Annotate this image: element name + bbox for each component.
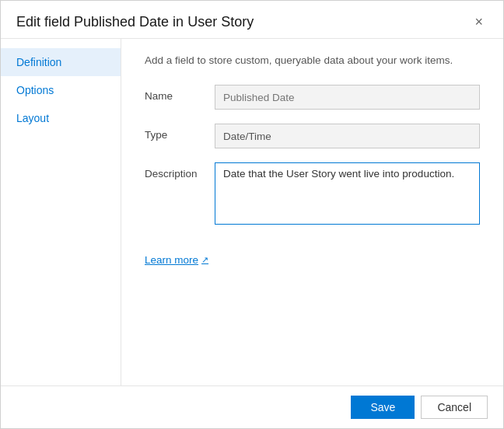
sidebar: Definition Options Layout [1,39,121,385]
type-input[interactable] [215,124,480,148]
name-row: Name [145,85,480,110]
description-field-container [215,162,480,227]
sidebar-item-layout[interactable]: Layout [1,104,121,132]
cancel-button[interactable]: Cancel [421,396,488,419]
sidebar-item-definition[interactable]: Definition [1,48,121,76]
dialog-footer: Save Cancel [1,385,503,428]
learn-more-row: Learn more ↗ [145,253,480,266]
description-row: Description [145,162,480,227]
external-link-icon: ↗ [201,255,208,265]
edit-field-dialog: Edit field Published Date in User Story … [0,0,504,429]
dialog-title: Edit field Published Date in User Story [16,14,254,30]
name-input[interactable] [215,85,480,110]
name-field-container [215,85,480,110]
type-label: Type [145,124,215,141]
name-label: Name [145,85,215,102]
close-button[interactable]: × [470,13,488,30]
content-area: Add a field to store custom, queryable d… [121,39,503,385]
description-textarea[interactable] [215,162,480,225]
dialog-body: Definition Options Layout Add a field to… [1,39,503,385]
description-label: Description [145,162,215,180]
learn-more-link[interactable]: Learn more ↗ [145,254,208,266]
sidebar-item-options[interactable]: Options [1,76,121,104]
content-description: Add a field to store custom, queryable d… [145,54,480,66]
type-row: Type [145,124,480,148]
dialog-header: Edit field Published Date in User Story … [1,1,503,39]
type-field-container [215,124,480,148]
save-button[interactable]: Save [351,396,415,419]
